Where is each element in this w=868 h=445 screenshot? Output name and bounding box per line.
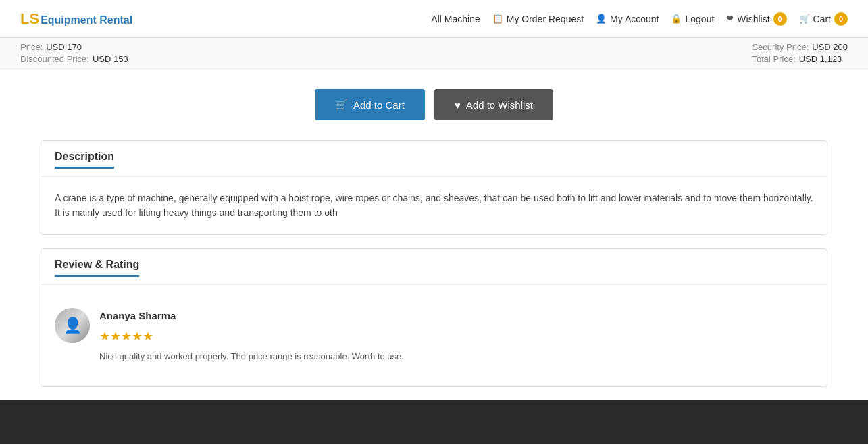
description-card: Description A crane is a type of machine… (41, 140, 827, 235)
review-title: Review & Rating (55, 259, 139, 277)
discount-row: Discounted Price: USD 153 (20, 54, 128, 64)
description-title: Description (55, 151, 114, 169)
reviewer-avatar: 👤 (55, 308, 90, 343)
order-request-link[interactable]: 📋 My Order Request (492, 14, 584, 24)
reviewer-info: Ananya Sharma ★★★★★ Nice quality and wor… (99, 308, 404, 364)
all-machine-link[interactable]: All Machine (431, 14, 480, 24)
order-request-label: My Order Request (507, 14, 584, 24)
add-to-wishlist-button[interactable]: ♥ Add to Wishlist (434, 89, 553, 120)
discount-label: Discounted Price: (20, 54, 89, 64)
add-to-cart-button[interactable]: 🛒 Add to Cart (315, 89, 425, 120)
price-row: Price: USD 170 (20, 42, 128, 52)
strip-right: Security Price: USD 200 Total Price: USD… (752, 42, 848, 64)
price-label: Price: (20, 42, 43, 52)
my-account-link[interactable]: 👤 My Account (596, 14, 659, 24)
total-row: Total Price: USD 1,123 (752, 54, 848, 64)
add-to-wishlist-label: Add to Wishlist (466, 99, 533, 111)
cart-link[interactable]: 🛒 Cart 0 (799, 12, 848, 26)
order-icon: 📋 (492, 14, 503, 24)
review-card: Review & Rating 👤 Ananya Sharma ★★★★★ Ni… (41, 248, 827, 388)
all-machine-label: All Machine (431, 14, 480, 24)
cart-label: Cart (813, 14, 831, 24)
avatar-placeholder: 👤 (55, 308, 90, 343)
price-value: USD 170 (46, 42, 82, 52)
total-value: USD 1,123 (799, 54, 842, 64)
wishlist-label: Wishlist (737, 14, 769, 24)
logo-company: Equipment Rental (41, 14, 132, 26)
add-to-cart-label: Add to Cart (353, 99, 405, 111)
cart-badge: 0 (834, 12, 848, 26)
logo-ls: LS (20, 10, 39, 27)
logout-link[interactable]: 🔒 Logout (671, 14, 714, 24)
logout-label: Logout (685, 14, 714, 24)
strip-left: Price: USD 170 Discounted Price: USD 153 (20, 42, 128, 64)
logo: LSEquipment Rental (20, 10, 132, 28)
product-strip: Price: USD 170 Discounted Price: USD 153… (0, 38, 868, 69)
cart-button-icon: 🛒 (335, 99, 348, 111)
review-header: Review & Rating (41, 249, 827, 285)
wishlist-button-icon: ♥ (455, 99, 461, 111)
review-body: 👤 Ananya Sharma ★★★★★ Nice quality and w… (41, 285, 827, 387)
description-text: A crane is a type of machine, generally … (55, 190, 813, 221)
description-body: A crane is a type of machine, generally … (41, 177, 827, 234)
review-text: Nice quality and worked properly. The pr… (99, 350, 404, 364)
header-nav: All Machine 📋 My Order Request 👤 My Acco… (431, 12, 848, 26)
security-value: USD 200 (812, 42, 848, 52)
total-label: Total Price: (752, 54, 795, 64)
lock-icon: 🔒 (671, 14, 682, 24)
reviewer-name: Ananya Sharma (99, 308, 404, 324)
wishlist-badge: 0 (773, 12, 787, 26)
my-account-label: My Account (610, 14, 659, 24)
cart-nav-icon: 🛒 (799, 14, 810, 24)
heart-nav-icon: ❤ (726, 14, 734, 24)
action-buttons: 🛒 Add to Cart ♥ Add to Wishlist (0, 69, 868, 140)
discount-value: USD 153 (93, 54, 128, 64)
security-row: Security Price: USD 200 (752, 42, 848, 52)
review-item: 👤 Ananya Sharma ★★★★★ Nice quality and w… (55, 298, 813, 373)
security-label: Security Price: (752, 42, 809, 52)
header: LSEquipment Rental All Machine 📋 My Orde… (0, 0, 868, 38)
wishlist-link[interactable]: ❤ Wishlist 0 (726, 12, 786, 26)
footer (0, 400, 868, 444)
review-stars: ★★★★★ (99, 327, 404, 346)
description-header: Description (41, 141, 827, 177)
account-icon: 👤 (596, 14, 607, 24)
